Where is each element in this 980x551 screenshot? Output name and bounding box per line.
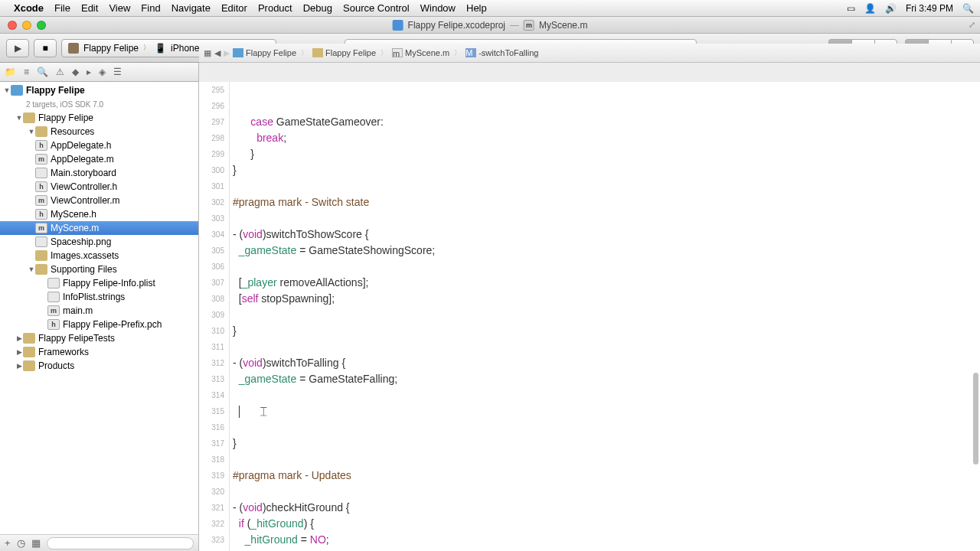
menu-view[interactable]: View [109,2,130,14]
scm-filter-icon[interactable]: ▦ [31,537,41,549]
issue-navigator-icon[interactable]: ⚠ [56,67,64,77]
test-navigator-icon[interactable]: ◆ [72,67,79,77]
tree-item-products[interactable]: ▶Products [0,359,198,373]
tree-item-flappy-felipe-info-plist[interactable]: Flappy Felipe-Info.plist [0,276,198,290]
tree-item-resources[interactable]: ▼Resources [0,125,198,139]
display-icon[interactable]: ▭ [847,3,855,14]
menu-product[interactable]: Product [258,2,292,14]
navigator-bottom-bar: + ◷ ▦ [0,534,198,551]
menu-find[interactable]: Find [141,2,160,14]
tree-item-spaceship-png[interactable]: Spaceship.png [0,235,198,249]
tree-item-main-storyboard[interactable]: Main.storyboard [0,166,198,180]
minimize-button[interactable] [22,21,31,30]
source-editor: 2952962972982993003013023033043053063073… [199,82,980,551]
add-button[interactable]: + [5,537,11,549]
symbol-navigator-icon[interactable]: ≡ [24,67,29,77]
tree-item-myscene-h[interactable]: hMyScene.h [0,207,198,221]
log-navigator-icon[interactable]: ☰ [113,67,122,77]
code-area[interactable]: 2952962972982993003013023033043053063073… [199,82,980,551]
volume-icon[interactable]: 🔊 [885,3,897,14]
recent-filter-icon[interactable]: ◷ [17,537,25,549]
file-tree[interactable]: ▼ Flappy Felipe 2 targets, iOS SDK 7.0 ▼… [0,82,198,534]
xcode-project-icon [393,20,403,31]
menu-editor[interactable]: Editor [221,2,247,14]
tree-item-supporting-files[interactable]: ▼Supporting Files [0,262,198,276]
project-name-label: Flappy Felipe [26,86,85,95]
window-titlebar: Flappy Felipe.xcodeproj — m MyScene.m ⤢ [0,17,980,34]
navigator-filter-field[interactable] [47,537,194,549]
project-subtitle: 2 targets, iOS SDK 7.0 [0,97,198,111]
related-items-icon[interactable]: ▦ [204,48,211,58]
tree-item-frameworks[interactable]: ▶Frameworks [0,345,198,359]
run-button[interactable]: ▶ [6,39,29,57]
tree-item-infoplist-strings[interactable]: InfoPlist.strings [0,290,198,304]
scrollbar-thumb[interactable] [973,373,978,465]
chevron-right-icon: 〉 [143,43,150,53]
project-navigator-icon[interactable]: 📁 [5,67,16,77]
user-icon[interactable]: 👤 [864,3,876,14]
menu-source-control[interactable]: Source Control [343,2,410,14]
back-button[interactable]: ◀ [214,48,220,58]
zoom-button[interactable] [37,21,46,30]
search-navigator-icon[interactable]: 🔍 [37,67,48,77]
line-gutter: 2952962972982993003013023033043053063073… [199,82,230,551]
menu-debug[interactable]: Debug [303,2,332,14]
menu-help[interactable]: Help [466,2,487,14]
tree-item-appdelegate-m[interactable]: mAppDelegate.m [0,152,198,166]
tree-item-flappy-felipe[interactable]: ▼Flappy Felipe [0,111,198,125]
vertical-scrollbar[interactable] [972,82,978,551]
window-title-file: MyScene.m [539,20,587,31]
tree-item-images-xcassets[interactable]: Images.xcassets [0,249,198,262]
file-m-icon: m [524,20,534,31]
project-navigator: ▼ Flappy Felipe 2 targets, iOS SDK 7.0 ▼… [0,82,199,551]
menu-edit[interactable]: Edit [81,2,98,14]
jump-bar-seg-2[interactable]: mMyScene.m [392,48,449,57]
navigator-selector-bar: 📁 ≡ 🔍 ⚠ ◆ ▸ ◈ ☰ [0,63,199,82]
app-menu[interactable]: Xcode [14,2,44,14]
menu-window[interactable]: Window [420,2,456,14]
jump-bar-seg-1[interactable]: Flappy Felipe [312,48,376,57]
tree-item-viewcontroller-h[interactable]: hViewController.h [0,180,198,194]
clock[interactable]: Fri 3:49 PM [906,3,953,14]
menu-navigate[interactable]: Navigate [172,2,211,14]
jump-bar-seg-3[interactable]: M-switchToFalling [466,48,538,57]
code-text[interactable]: case GameStateGameover: break; }} #pragm… [230,82,980,551]
destination-icon: 📱 [155,43,166,54]
scheme-app-icon [68,43,79,54]
tree-item-appdelegate-h[interactable]: hAppDelegate.h [0,139,198,152]
system-menubar: Xcode FileEditViewFindNavigateEditorProd… [0,0,980,17]
forward-button[interactable]: ▶ [224,48,230,58]
project-root[interactable]: ▼ Flappy Felipe [0,83,198,97]
breakpoint-navigator-icon[interactable]: ◈ [99,67,106,77]
tree-item-flappy-felipetests[interactable]: ▶Flappy FelipeTests [0,331,198,345]
scheme-app-label: Flappy Felipe [83,43,139,54]
menu-file[interactable]: File [54,2,70,14]
debug-navigator-icon[interactable]: ▸ [87,67,91,77]
tree-item-viewcontroller-m[interactable]: mViewController.m [0,194,198,207]
spotlight-icon[interactable]: 🔍 [962,3,974,14]
tree-item-myscene-m[interactable]: mMyScene.m [0,221,198,235]
close-button[interactable] [8,21,17,30]
title-separator: — [510,20,519,31]
window-title-project: Flappy Felipe.xcodeproj [408,20,505,31]
stop-button[interactable]: ■ [34,39,57,57]
jump-bar: ▦ ◀ ▶ Flappy Felipe 〉 Flappy Felipe 〉 mM… [199,44,980,63]
tree-item-main-m[interactable]: mmain.m [0,304,198,318]
tree-item-flappy-felipe-prefix-pch[interactable]: hFlappy Felipe-Prefix.pch [0,318,198,331]
jump-bar-seg-0[interactable]: Flappy Felipe [233,48,296,57]
fullscreen-icon[interactable]: ⤢ [969,20,975,30]
